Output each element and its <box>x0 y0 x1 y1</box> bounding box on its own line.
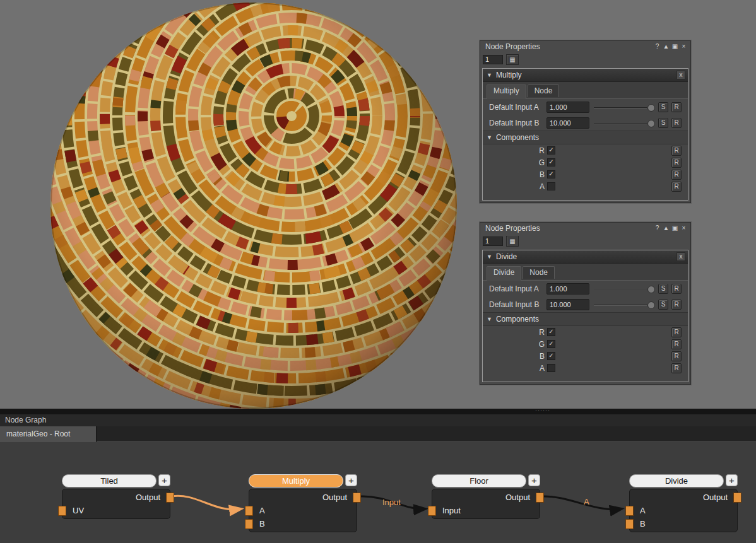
subpanel-header[interactable]: ▼ Multiply x <box>483 69 688 82</box>
subpanel-close-button[interactable]: x <box>676 252 685 261</box>
checkbox-g[interactable]: ✓ <box>547 340 555 348</box>
s-button[interactable]: S <box>658 102 668 112</box>
reset-button[interactable]: R <box>671 327 682 337</box>
s-button[interactable]: S <box>658 284 668 294</box>
node-index-options-button[interactable]: ▦ <box>506 236 519 247</box>
reset-button[interactable]: R <box>671 284 682 294</box>
add-port-button[interactable]: + <box>158 474 170 486</box>
default-input-b-slider[interactable] <box>593 300 655 310</box>
output-port[interactable] <box>733 493 741 503</box>
output-port[interactable] <box>166 493 174 503</box>
subpanel-close-button[interactable]: x <box>676 71 685 79</box>
tab-multiply[interactable]: Multiply <box>487 85 526 99</box>
default-input-b-field[interactable] <box>546 299 589 310</box>
reset-button[interactable]: R <box>671 146 682 156</box>
components-header[interactable]: ▼ Components <box>483 312 688 326</box>
default-input-b-slider[interactable] <box>593 118 655 128</box>
input-port-a[interactable] <box>245 506 253 516</box>
reset-button[interactable]: R <box>671 118 682 128</box>
checkbox-b[interactable]: ✓ <box>547 170 555 178</box>
chevron-down-icon[interactable]: ▼ <box>487 254 492 260</box>
default-input-a-field[interactable] <box>546 283 589 295</box>
node-tiled[interactable]: Tiled + Output UV <box>62 474 170 519</box>
add-port-button[interactable]: + <box>528 474 540 486</box>
s-button[interactable]: S <box>658 118 668 128</box>
panel-titlebar[interactable]: Node Properties ? ▲ ▣ × <box>480 41 690 52</box>
output-port[interactable] <box>353 493 361 503</box>
tab-divide[interactable]: Divide <box>487 266 521 281</box>
input-port-b[interactable] <box>245 519 253 529</box>
default-input-a-slider[interactable] <box>593 102 655 112</box>
default-input-a-field[interactable] <box>546 102 589 113</box>
help-icon[interactable]: ? <box>653 225 661 231</box>
checkbox-b[interactable]: ✓ <box>547 352 555 360</box>
s-button[interactable]: S <box>658 300 668 310</box>
tab-node[interactable]: Node <box>528 85 560 97</box>
component-row-b: B ✓ R <box>483 168 688 180</box>
pane-splitter[interactable]: ······ <box>0 409 756 414</box>
slider-handle[interactable] <box>647 120 655 127</box>
component-label: R <box>483 328 545 337</box>
reset-button[interactable]: R <box>671 363 682 373</box>
node-name: Divide <box>496 252 517 261</box>
close-icon[interactable]: × <box>680 43 688 50</box>
node-title-divide[interactable]: Divide <box>629 474 724 488</box>
node-index-input[interactable] <box>483 55 503 64</box>
default-input-a-slider[interactable] <box>593 284 655 294</box>
splitter-handle[interactable]: ······ <box>530 407 555 414</box>
float-icon[interactable]: ▣ <box>671 225 679 231</box>
checkbox-a[interactable] <box>547 182 555 190</box>
node-title-floor[interactable]: Floor <box>432 474 526 488</box>
reset-button[interactable]: R <box>671 102 682 112</box>
reset-button[interactable]: R <box>671 170 682 180</box>
tab-node[interactable]: Node <box>523 266 555 279</box>
node-body[interactable]: Output A B <box>629 489 738 532</box>
node-graph-titlebar[interactable]: Node Graph <box>0 414 756 426</box>
tab-materialgeo-root[interactable]: materialGeo - Root <box>0 426 97 442</box>
input-port-input[interactable] <box>428 506 436 516</box>
node-graph-canvas[interactable]: Input A Tiled + Output UV <box>0 442 756 543</box>
node-body[interactable]: Output A B <box>249 489 357 532</box>
node-index-options-button[interactable]: ▦ <box>506 54 519 65</box>
reset-button[interactable]: R <box>671 351 682 361</box>
wire-tiled-to-multiply[interactable] <box>172 496 240 510</box>
help-icon[interactable]: ? <box>653 43 661 50</box>
collapse-icon[interactable]: ▲ <box>662 225 670 231</box>
node-index-input[interactable] <box>483 236 503 246</box>
slider-handle[interactable] <box>647 104 655 112</box>
node-title-tiled[interactable]: Tiled <box>62 474 157 488</box>
panel-titlebar[interactable]: Node Properties ? ▲ ▣ × <box>480 223 690 233</box>
reset-button[interactable]: R <box>671 182 682 192</box>
chevron-down-icon[interactable]: ▼ <box>487 316 492 322</box>
reset-button[interactable]: R <box>671 339 682 349</box>
node-multiply[interactable]: Multiply + Output A B <box>249 474 357 532</box>
node-body[interactable]: Output Input <box>432 489 540 519</box>
close-icon[interactable]: × <box>680 225 688 231</box>
slider-handle[interactable] <box>647 301 655 309</box>
checkbox-g[interactable]: ✓ <box>547 158 555 166</box>
reset-button[interactable]: R <box>671 158 682 168</box>
node-divide[interactable]: Divide + Output A B <box>629 474 738 532</box>
reset-button[interactable]: R <box>671 300 682 310</box>
components-header[interactable]: ▼ Components <box>483 131 688 144</box>
checkbox-a[interactable] <box>547 364 555 372</box>
checkbox-r[interactable]: ✓ <box>547 146 555 155</box>
slider-handle[interactable] <box>647 286 655 293</box>
input-port-a[interactable] <box>625 506 634 516</box>
chevron-down-icon[interactable]: ▼ <box>487 72 492 78</box>
add-port-button[interactable]: + <box>345 474 357 486</box>
node-title-multiply[interactable]: Multiply <box>249 474 343 488</box>
chevron-down-icon[interactable]: ▼ <box>487 134 492 141</box>
output-port[interactable] <box>536 493 544 503</box>
collapse-icon[interactable]: ▲ <box>662 43 670 50</box>
subpanel-header[interactable]: ▼ Divide x <box>483 250 688 264</box>
default-input-b-field[interactable] <box>546 117 589 129</box>
node-floor[interactable]: Floor + Output Input <box>432 474 540 519</box>
checkbox-r[interactable]: ✓ <box>547 328 555 336</box>
wire-floor-to-divide[interactable] <box>541 496 621 510</box>
input-port-uv[interactable] <box>58 506 66 516</box>
input-port-b[interactable] <box>625 519 634 529</box>
node-body[interactable]: Output UV <box>62 489 170 519</box>
float-icon[interactable]: ▣ <box>671 43 679 50</box>
add-port-button[interactable]: + <box>726 474 738 486</box>
